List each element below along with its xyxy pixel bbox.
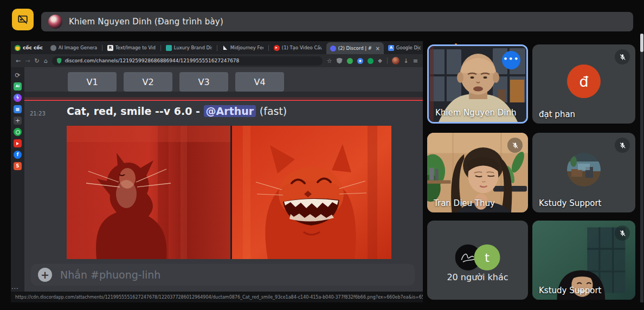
mic-muted-icon (615, 49, 630, 64)
tab-google-translate[interactable]: A Google Dịch (384, 42, 424, 53)
message-gap (24, 92, 423, 100)
tab-favicon-r: R (107, 45, 113, 51)
composer-placeholder: Nhắn #phuong-linh (60, 269, 160, 281)
mic-muted-icon (615, 225, 630, 241)
extension-shield-icon[interactable] (337, 58, 343, 64)
whatsapp-icon[interactable] (14, 128, 22, 136)
reload-button[interactable]: ↻ (34, 58, 39, 64)
kstudy-office-avatar (567, 153, 601, 186)
extension-blue-icon[interactable] (357, 58, 363, 64)
letter-avatar: t (474, 244, 500, 270)
mode-label: (fast) (260, 105, 287, 117)
participant-name: Tran Dieu Thuy (434, 198, 495, 208)
generated-image-attachment[interactable] (67, 126, 391, 259)
tab-youtube-video[interactable]: (1) Tạo Video Cầu C (270, 42, 326, 53)
scrollbar-thumb[interactable] (640, 34, 643, 52)
participant-tile-kstudy-video[interactable]: Kstudy Support (532, 221, 635, 300)
participant-name: đạt phan (539, 109, 575, 119)
ai-chat-icon[interactable]: AI (14, 82, 22, 91)
mic-muted-icon (507, 138, 523, 153)
message-timestamp: 21:23 (30, 111, 46, 117)
tab-favicon-youtube (274, 45, 280, 51)
tab-discord-active[interactable]: (2) Discord | #p × (326, 42, 384, 54)
browser-menu-icon[interactable]: ≡ (413, 58, 418, 64)
profile-avatar[interactable] (392, 57, 400, 64)
participant-name: Khiem Nguyen Dinh (435, 108, 516, 118)
stop-presenting-button[interactable] (12, 9, 34, 30)
prompt-text: Cat, red, smile --v 6.0 - (67, 105, 200, 117)
attach-plus-icon[interactable]: + (38, 268, 52, 282)
participant-name: Kstudy Support (539, 286, 602, 295)
tab-separator (268, 45, 269, 51)
browser-toolbar: ← → ↻ ⌂ discord.com/channels/12192599286… (11, 54, 423, 67)
midjourney-prompt-message: Cat, red, smile --v 6.0 - @Arthur (fast) (67, 105, 287, 117)
url-text: discord.com/channels/1219259928686886944… (65, 58, 240, 63)
tab-separator (102, 45, 102, 51)
v2-button[interactable]: V2 (124, 72, 172, 92)
presenter-label: Khiem Nguyen Dinh (Đang trình bày) (69, 17, 223, 27)
more-options-dots[interactable]: ... (11, 283, 19, 290)
red-cat-image-right[interactable] (232, 126, 391, 259)
coccoc-label: cốc cốc (23, 45, 43, 50)
site-security-icon (57, 58, 62, 64)
toolbar-separator (387, 57, 388, 64)
participant-tile-overflow[interactable]: t 20 người khác (427, 221, 528, 300)
coccoc-logo: cốc cốc (14, 45, 46, 51)
tab-midjourney-feed[interactable]: Midjourney Feed (218, 42, 267, 53)
home-button[interactable]: ⌂ (44, 58, 48, 64)
url-bar[interactable]: discord.com/channels/1219259928686886944… (52, 56, 323, 66)
browser-tab-strip: cốc cốc AI Image Generation R Text/Image… (11, 41, 423, 54)
page-scrollbar (640, 34, 643, 302)
close-tab-icon[interactable]: × (375, 46, 379, 51)
mic-muted-icon (615, 138, 630, 153)
avatar-letter: đ (567, 64, 601, 98)
extensions-puzzle-icon[interactable]: ❖ (378, 58, 383, 64)
tile-menu-button[interactable]: ••• (502, 51, 520, 69)
overflow-avatars: t (455, 244, 500, 270)
messenger-icon[interactable]: ϟ (14, 94, 22, 102)
presenter-avatar (48, 15, 62, 29)
presenter-banner: Khiem Nguyen Dinh (Đang trình bày) (41, 12, 633, 31)
download-tray-icon[interactable]: ↓ (404, 58, 409, 64)
shopee-icon[interactable]: S (14, 162, 22, 170)
tab-favicon-midjourney (222, 45, 228, 51)
back-button[interactable]: ← (16, 58, 21, 64)
v4-button[interactable]: V4 (235, 72, 284, 92)
red-cat-smiling (232, 126, 391, 259)
meet-screen: Khiem Nguyen Dinh (Đang trình bày) cốc c… (0, 0, 644, 310)
user-mention[interactable]: @Arthur (204, 105, 256, 117)
discord-message-input[interactable]: + Nhắn #phuong-linh (31, 264, 415, 286)
bookmark-star-icon[interactable]: ☆ (327, 58, 332, 64)
status-link-url: https://cdn.discordapp.com/attachments/1… (15, 295, 423, 300)
browser-status-bar: https://cdn.discordapp.com/attachments/1… (11, 292, 423, 302)
tab-favicon-teal (166, 45, 172, 51)
tab-separator (160, 45, 161, 51)
tab-luxury-brand[interactable]: Luxury Brand Distri (162, 42, 216, 53)
coccoc-icon (15, 45, 21, 51)
shared-screen-browser: cốc cốc AI Image Generation R Text/Image… (11, 41, 423, 302)
present-off-icon (17, 14, 29, 25)
tab-favicon-discord (330, 46, 336, 51)
forward-button[interactable]: → (25, 58, 30, 64)
youtube-icon[interactable] (14, 139, 22, 147)
v3-button[interactable]: V3 (179, 72, 228, 92)
tab-ai-image-generation[interactable]: AI Image Generation (47, 42, 101, 53)
extension-green2-icon[interactable] (368, 58, 373, 64)
tab-text-image-to-video[interactable]: R Text/Image to Video (104, 42, 159, 53)
overflow-count-label: 20 người khác (427, 272, 528, 282)
blue-app-icon[interactable]: ▦ (14, 105, 22, 113)
v1-button[interactable]: V1 (68, 72, 117, 92)
participant-tile-dat-phan[interactable]: đ đạt phan (532, 44, 635, 124)
new-messages-divider (24, 100, 423, 101)
participant-tile-kstudy-avatar[interactable]: Kstudy Support (532, 133, 635, 212)
extension-green-icon[interactable] (347, 58, 353, 64)
facebook-icon[interactable]: f (14, 151, 22, 159)
midjourney-variation-buttons: V1 V2 V3 V4 (68, 72, 284, 92)
add-shortcut-icon[interactable]: + (14, 117, 22, 125)
history-icon[interactable]: ⟳ (14, 71, 22, 79)
red-cat-image-left[interactable] (67, 126, 230, 259)
participant-tile-tran-dieu-thuy[interactable]: Tran Dieu Thuy (427, 133, 528, 212)
participant-tile-khiem[interactable]: ••• Khiem Nguyen Dinh (427, 44, 528, 124)
coccoc-sidebar: ⟳ AI ϟ ▦ + f S (11, 67, 24, 292)
red-cat-looking-up (67, 126, 230, 259)
